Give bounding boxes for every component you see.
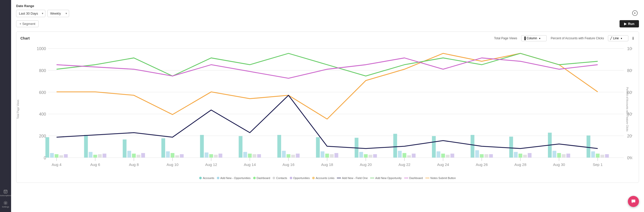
svg-rect-108 [450,154,454,158]
chart-controls: Total Page Views ▐ Column ▾ Percent of A… [494,35,628,41]
legend-label-accounts: Accounts [203,176,214,180]
chart-svg: 1000 800 600 400 200 0 100% 80% 60% 40% … [23,44,632,174]
svg-text:800: 800 [39,68,46,73]
svg-rect-57 [59,155,63,158]
right-chart-type-chevron-icon: ▾ [621,37,622,40]
svg-text:Aug 6: Aug 6 [90,162,100,167]
svg-rect-105 [436,151,440,158]
svg-rect-87 [291,155,295,158]
svg-rect-127 [600,155,604,158]
sidebar-subscriptions-label: Subscriptions [0,194,12,197]
svg-rect-106 [441,154,445,158]
svg-rect-110 [475,150,479,158]
svg-rect-58 [64,154,68,157]
legend-label-accounts-links: Accounts Links [316,176,334,180]
svg-text:0%: 0% [627,156,632,160]
legend-line-add-new-opportunity [370,178,374,178]
svg-rect-74 [200,135,204,158]
svg-text:Aug 24: Aug 24 [437,162,449,167]
segment-button[interactable]: + Segment [16,20,39,27]
left-chart-type-select[interactable]: ▐ Column ▾ [521,35,547,41]
svg-rect-120 [552,151,556,158]
svg-rect-76 [209,154,213,157]
legend-dot-contacts [273,177,275,179]
right-yaxis-label: Percent of Accounts with Feature Clicks [626,87,628,131]
legend-item-opportunities: Opportunities [290,176,310,180]
legend-item-notes-submit: Notes Submit Button [425,176,456,180]
date-range-select[interactable]: Last 30 Days Last 7 Days Last 90 Days Cu… [16,10,45,17]
chat-bubble-button[interactable] [628,196,639,207]
svg-rect-104 [432,136,436,157]
settings-icon [3,201,8,205]
svg-rect-102 [407,155,411,158]
legend-dot-opportunities [290,177,292,179]
legend-line-add-new-field-one [337,178,341,178]
legend-label-opportunities: Opportunities [293,176,310,180]
svg-rect-65 [127,151,131,158]
left-yaxis-label: Total Page Views [17,100,19,119]
svg-rect-93 [334,153,338,158]
run-button[interactable]: ▶ Run [620,20,639,27]
svg-rect-81 [248,154,252,158]
svg-rect-122 [562,154,566,157]
svg-text:100%: 100% [627,46,632,51]
right-metric-label: Percent of Accounts with Feature Clicks [551,37,604,40]
svg-rect-67 [137,155,140,158]
svg-rect-111 [480,154,484,157]
legend-item-accounts-links: Accounts Links [312,176,334,180]
legend-dot-dashboard-bar [253,177,256,179]
sidebar-item-subscriptions[interactable]: Subscriptions [0,187,11,199]
right-chart-type-select[interactable]: ╱ Line ▾ [608,35,628,41]
legend-line-notes-submit [425,178,429,178]
svg-text:Aug 20: Aug 20 [360,162,372,167]
svg-rect-90 [321,151,325,158]
svg-rect-82 [253,154,256,157]
svg-rect-83 [257,154,261,157]
svg-rect-113 [489,154,493,157]
svg-text:200: 200 [39,134,46,138]
legend-item-contacts: Contacts [273,176,287,180]
svg-rect-95 [359,152,363,157]
svg-text:Aug 30: Aug 30 [553,162,565,167]
frequency-select[interactable]: Weekly Daily Monthly [47,10,69,17]
right-chart-type-label: Line [613,37,619,40]
run-button-label: Run [628,22,634,26]
svg-rect-92 [330,154,334,157]
svg-text:Sep 1: Sep 1 [593,162,603,167]
sidebar: Subscriptions Settings [0,0,11,212]
svg-text:Aug 14: Aug 14 [244,162,256,167]
svg-text:80%: 80% [627,68,632,73]
svg-rect-116 [518,154,522,158]
svg-rect-54 [45,137,49,158]
svg-rect-96 [364,154,368,157]
svg-rect-109 [471,135,474,158]
svg-point-4 [5,202,6,203]
chart-wrapper: 1000 800 600 400 200 0 100% 80% 60% 40% … [23,44,632,174]
date-range-select-wrapper: Last 30 Days Last 7 Days Last 90 Days Cu… [16,10,45,17]
svg-rect-78 [219,154,222,158]
svg-text:1000: 1000 [37,46,46,51]
svg-text:400: 400 [39,112,46,117]
run-play-icon: ▶ [624,22,627,26]
svg-text:Aug 18: Aug 18 [321,162,333,167]
svg-rect-100 [398,151,402,158]
legend-dot-accounts-links [312,177,315,179]
legend-label-dashboard-bar: Dashboard [257,176,270,180]
legend-item-accounts: Accounts [199,176,214,180]
svg-rect-72 [175,155,179,158]
sidebar-item-settings[interactable]: Settings [0,199,11,210]
svg-rect-88 [296,154,300,158]
svg-rect-79 [239,136,243,157]
download-icon[interactable]: ⬇ [631,36,635,41]
svg-rect-71 [171,153,174,158]
legend-label-add-new-opportunity: Add New Opportunity [375,176,402,180]
chart-section: Chart Total Page Views ▐ Column ▾ Percen… [16,31,639,183]
svg-rect-115 [514,152,518,157]
svg-rect-118 [528,153,532,158]
svg-rect-98 [373,154,377,157]
legend-item-add-new-field-one: Add New - Field One [337,176,368,180]
legend-label-add-new-field-one: Add New - Field One [342,176,368,180]
legend-item-dashboard-line: Dashboard [404,176,423,180]
chart-legend: Accounts Add New - Opportunities Dashboa… [20,176,635,180]
subscriptions-icon [3,189,8,194]
